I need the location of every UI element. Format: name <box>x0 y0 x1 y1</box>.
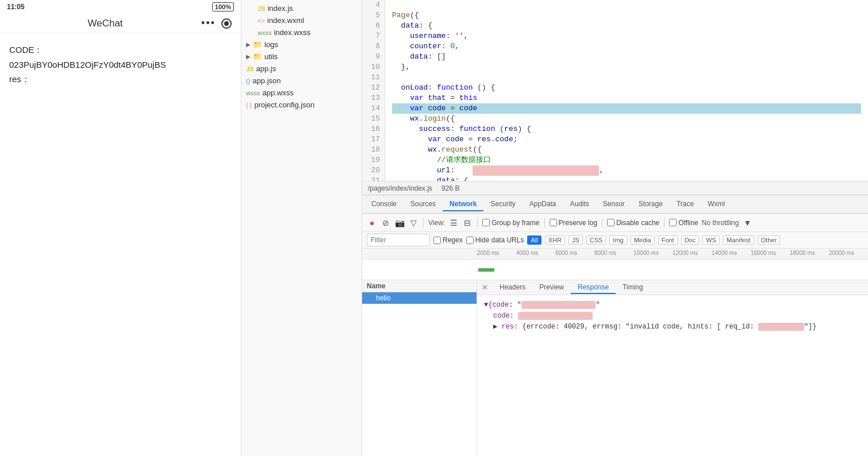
hide-data-urls-label[interactable]: Hide data URLs <box>466 236 524 244</box>
code-line: wx.login({ <box>392 114 861 124</box>
detail-tab-preview[interactable]: Preview <box>532 281 571 294</box>
stop-button[interactable]: ⊘ <box>381 218 391 228</box>
tree-item-utils[interactable]: ▶ 📁 utils <box>241 51 362 63</box>
line-num: 19 <box>367 155 380 165</box>
tree-item-logs[interactable]: ▶ 📁 logs <box>241 38 362 51</box>
camera-button[interactable]: 📷 <box>394 218 405 228</box>
net-bar <box>478 268 494 272</box>
json-cfg-icon: {·} <box>246 102 252 109</box>
line-num: 5 <box>367 10 380 21</box>
detail-line-code: ▼{code: " " <box>484 300 861 311</box>
tree-item-project-config[interactable]: {·} project.config.json <box>241 99 362 111</box>
filter-manifest-button[interactable]: Manifest <box>723 235 754 245</box>
view-label: View: <box>428 219 445 227</box>
filter-doc-button[interactable]: Doc <box>681 235 700 245</box>
filter-css-button[interactable]: CSS <box>586 235 606 245</box>
code-lines: 4 5 6 7 8 9 10 11 12 13 14 15 16 17 18 1… <box>362 0 868 181</box>
code-line: username: '', <box>392 31 861 41</box>
code-editor: 4 5 6 7 8 9 10 11 12 13 14 15 16 17 18 1… <box>362 0 868 195</box>
filter-other-button[interactable]: Other <box>758 235 781 245</box>
line-num: 18 <box>367 145 380 155</box>
record-button[interactable]: ● <box>367 218 377 228</box>
code-footer: /pages/index/index.js 926 B <box>362 181 868 195</box>
json-icon: {} <box>246 78 250 84</box>
filter-media-button[interactable]: Media <box>631 235 655 245</box>
folder-label: logs <box>264 40 278 49</box>
tree-item-index-js[interactable]: JS index.js <box>241 2 362 14</box>
code-line: Page({ <box>392 10 861 21</box>
detail-close-button[interactable]: ✕ <box>477 281 493 293</box>
code-line: }, <box>392 62 861 72</box>
code-value: 023PujBY0oHDB12OjFzY0dt4BY0PujBS <box>9 60 166 69</box>
line-num: 16 <box>367 124 380 134</box>
detail-tab-response[interactable]: Response <box>571 281 616 294</box>
detail-expand-res[interactable]: ▶ <box>493 323 497 331</box>
tab-storage[interactable]: Storage <box>632 198 670 211</box>
tree-item-app-json[interactable]: {} app.json <box>241 75 362 87</box>
tab-network[interactable]: Network <box>443 198 483 211</box>
code-line <box>392 72 861 83</box>
filter-xhr-button[interactable]: XHR <box>545 235 565 245</box>
file-label: app.js <box>256 64 276 73</box>
tab-trace[interactable]: Trace <box>670 198 701 211</box>
filter-js-button[interactable]: JS <box>569 235 583 245</box>
ruler-mark: 8000 ms <box>594 250 616 256</box>
offline-checkbox[interactable] <box>669 219 677 226</box>
file-label: index.wxss <box>274 28 310 37</box>
detail-req-id-redacted <box>758 323 804 331</box>
filter-ws-button[interactable]: WS <box>702 235 720 245</box>
wechat-titlebar: WeChat ••• <box>0 14 241 33</box>
view-grid-button[interactable]: ⊟ <box>462 218 473 228</box>
tree-item-app-js[interactable]: JS app.js <box>241 63 362 75</box>
throttling-dropdown[interactable]: ▼ <box>742 218 752 228</box>
disable-cache-label[interactable]: Disable cache <box>607 219 659 227</box>
group-by-frame-label[interactable]: Group by frame <box>482 219 539 227</box>
preserve-log-checkbox[interactable] <box>550 219 557 226</box>
preserve-log-label[interactable]: Preserve log <box>550 219 597 227</box>
filter-img-button[interactable]: Img <box>609 235 627 245</box>
record-icon[interactable] <box>221 18 232 29</box>
ruler-mark: 10000 ms <box>633 250 659 256</box>
folder-icon: 📁 <box>253 52 262 61</box>
view-list-button[interactable]: ☰ <box>448 218 459 228</box>
folder-icon: 📁 <box>253 40 262 49</box>
offline-label[interactable]: Offline <box>669 219 698 227</box>
filter-input[interactable] <box>367 234 430 246</box>
tab-sensor[interactable]: Sensor <box>596 198 632 211</box>
hide-data-urls-checkbox[interactable] <box>466 237 474 244</box>
request-name: hello <box>376 294 390 302</box>
disable-cache-checkbox[interactable] <box>607 219 614 226</box>
tree-item-app-wxss[interactable]: wxss app.wxss <box>241 87 362 99</box>
dots-icon[interactable]: ••• <box>201 17 216 29</box>
filter-font-button[interactable]: Font <box>658 235 678 245</box>
sep5 <box>664 218 665 227</box>
group-by-frame-checkbox[interactable] <box>482 219 490 226</box>
tab-audits[interactable]: Audits <box>563 198 596 211</box>
filter-button[interactable]: ▽ <box>408 218 418 228</box>
tree-item-index-wxss[interactable]: wxss index.wxss <box>241 26 362 38</box>
filter-all-button[interactable]: All <box>527 235 541 245</box>
code-line: //请求数据接口 <box>392 155 861 165</box>
tab-sources[interactable]: Sources <box>404 198 443 211</box>
line-num: 12 <box>367 83 380 93</box>
tree-item-index-wxml[interactable]: <> index.wxml <box>241 14 362 26</box>
network-row-hello[interactable]: hello <box>362 292 477 304</box>
code-content[interactable]: Page({ data: { username: '', counter: 0,… <box>385 0 868 181</box>
phone-panel: 11:05 100% WeChat ••• CODE： 023PujBY0oHD… <box>0 0 241 456</box>
line-num: 6 <box>367 21 380 31</box>
regex-label[interactable]: Regex <box>433 236 463 244</box>
detail-quote-close: " <box>596 301 600 309</box>
tab-console[interactable]: Console <box>364 198 404 211</box>
regex-checkbox[interactable] <box>433 237 441 244</box>
detail-res-val-close: "]} <box>804 323 817 331</box>
code-line <box>392 0 861 10</box>
filter-row: Regex Hide data URLs All XHR JS CSS Img … <box>362 232 868 249</box>
tab-appdata[interactable]: AppData <box>523 198 563 211</box>
detail-tab-timing[interactable]: Timing <box>616 281 650 294</box>
detail-key-brace: ▼{ <box>484 301 492 309</box>
file-label: app.wxss <box>262 88 293 97</box>
tab-security[interactable]: Security <box>483 198 522 211</box>
tab-wxml[interactable]: Wxml <box>701 198 732 211</box>
detail-tab-headers[interactable]: Headers <box>493 281 532 294</box>
wechat-title: WeChat <box>87 18 122 29</box>
